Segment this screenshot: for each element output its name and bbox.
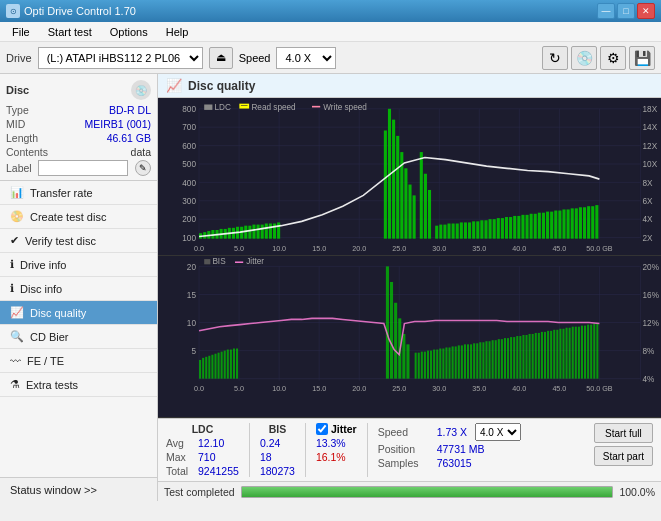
- nav-item-transfer-rate[interactable]: 📊 Transfer rate: [0, 181, 157, 205]
- menu-start-test[interactable]: Start test: [40, 24, 100, 40]
- svg-rect-227: [550, 331, 552, 379]
- nav-icon-verify-test-disc: ✔: [10, 234, 19, 247]
- svg-text:5.0: 5.0: [234, 384, 244, 393]
- svg-rect-104: [538, 213, 541, 239]
- svg-text:BIS: BIS: [212, 257, 226, 266]
- nav-item-fe-te[interactable]: 〰 FE / TE: [0, 349, 157, 373]
- nav-item-disc-quality[interactable]: 📈 Disc quality: [0, 301, 157, 325]
- speed-value: 1.73 X: [437, 426, 467, 438]
- svg-text:35.0: 35.0: [472, 243, 486, 252]
- svg-rect-236: [578, 327, 580, 379]
- svg-rect-168: [211, 355, 213, 379]
- start-part-button[interactable]: Start part: [594, 446, 653, 466]
- svg-rect-172: [224, 350, 226, 378]
- speed-dropdown[interactable]: 4.0 X: [475, 423, 521, 441]
- nav-item-disc-info[interactable]: ℹ Disc info: [0, 277, 157, 301]
- svg-rect-105: [542, 213, 545, 239]
- chart-header-icon: 📈: [166, 78, 182, 93]
- position-row: Position 47731 MB: [378, 443, 521, 455]
- disc-label-row: Label ✎: [6, 160, 151, 176]
- svg-rect-220: [529, 334, 531, 379]
- svg-rect-84: [456, 224, 459, 239]
- svg-text:12%: 12%: [643, 318, 660, 327]
- menu-file[interactable]: File: [4, 24, 38, 40]
- nav-item-verify-test-disc[interactable]: ✔ Verify test disc: [0, 229, 157, 253]
- disc-label-key: Label: [6, 162, 32, 174]
- position-value: 47731 MB: [437, 443, 485, 455]
- maximize-button[interactable]: □: [617, 3, 635, 19]
- start-full-button[interactable]: Start full: [594, 423, 653, 443]
- save-button[interactable]: 💾: [629, 46, 655, 70]
- speed-select[interactable]: 4.0 X: [276, 47, 336, 69]
- svg-rect-225: [544, 332, 546, 379]
- svg-text:15.0: 15.0: [312, 243, 326, 252]
- svg-rect-91: [484, 220, 487, 238]
- eject-button[interactable]: ⏏: [209, 47, 233, 69]
- disc-button[interactable]: 💿: [571, 46, 597, 70]
- svg-rect-178: [390, 282, 393, 379]
- svg-rect-193: [445, 347, 447, 378]
- stats-ldc-avg-row: Avg 12.10: [166, 437, 239, 449]
- disc-contents-label: Contents: [6, 146, 48, 158]
- disc-type-row: Type BD-R DL: [6, 104, 151, 116]
- app-title: Opti Drive Control 1.70: [24, 5, 136, 17]
- stats-jitter-avg-row: 13.3%: [316, 437, 357, 449]
- settings-button[interactable]: ⚙: [600, 46, 626, 70]
- stats-panel: LDC Avg 12.10 Max 710 Total 9241255 BIS: [158, 418, 661, 481]
- svg-rect-82: [447, 224, 450, 239]
- svg-rect-205: [482, 342, 484, 378]
- samples-row: Samples 763015: [378, 457, 521, 469]
- svg-text:50.0 GB: 50.0 GB: [586, 384, 613, 393]
- svg-rect-108: [554, 211, 557, 239]
- svg-rect-106: [546, 212, 549, 239]
- svg-text:45.0: 45.0: [552, 243, 566, 252]
- drive-select[interactable]: (L:) ATAPI iHBS112 2 PL06: [38, 47, 203, 69]
- minimize-button[interactable]: —: [597, 3, 615, 19]
- svg-rect-101: [525, 215, 528, 239]
- stats-ldc-header: LDC: [166, 423, 239, 435]
- nav-item-create-test-disc[interactable]: 📀 Create test disc: [0, 205, 157, 229]
- nav-item-drive-info[interactable]: ℹ Drive info: [0, 253, 157, 277]
- refresh-button[interactable]: ↻: [542, 46, 568, 70]
- toolbar: Drive (L:) ATAPI iHBS112 2 PL06 ⏏ Speed …: [0, 42, 661, 74]
- stats-bis-col: BIS 0.24 18 180273: [260, 423, 295, 477]
- svg-rect-63: [261, 225, 264, 239]
- left-panel: Disc 💿 Type BD-R DL MID MEIRB1 (001) Len…: [0, 74, 158, 501]
- svg-rect-242: [596, 323, 598, 378]
- jitter-checkbox[interactable]: [316, 423, 328, 435]
- svg-rect-102: [530, 214, 533, 239]
- nav-item-extra-tests[interactable]: ⚗ Extra tests: [0, 373, 157, 397]
- svg-text:30.0: 30.0: [432, 384, 446, 393]
- svg-rect-218: [522, 335, 524, 379]
- svg-text:600: 600: [182, 141, 196, 151]
- nav-item-cd-bier[interactable]: 🔍 CD Bier: [0, 325, 157, 349]
- stats-jitter-col: Jitter 13.3% 16.1%: [316, 423, 357, 463]
- stats-jitter-avg: 13.3%: [316, 437, 346, 449]
- title-bar: ⊙ Opti Drive Control 1.70 — □ ✕: [0, 0, 661, 22]
- svg-rect-89: [476, 221, 479, 238]
- close-button[interactable]: ✕: [637, 3, 655, 19]
- svg-rect-185: [421, 352, 423, 379]
- svg-rect-74: [408, 185, 411, 239]
- svg-rect-81: [443, 225, 446, 239]
- disc-label-input[interactable]: [38, 160, 128, 176]
- svg-rect-70: [392, 120, 395, 239]
- svg-rect-92: [489, 219, 492, 238]
- svg-rect-232: [566, 328, 568, 379]
- menu-help[interactable]: Help: [158, 24, 197, 40]
- svg-rect-211: [501, 339, 503, 378]
- svg-rect-169: [214, 354, 216, 379]
- svg-rect-75: [413, 195, 416, 238]
- label-edit-button[interactable]: ✎: [135, 160, 151, 176]
- stats-bis-total-row: 180273: [260, 465, 295, 477]
- samples-value: 763015: [437, 457, 472, 469]
- svg-rect-99: [517, 216, 520, 239]
- svg-rect-203: [476, 343, 478, 378]
- status-window-button[interactable]: Status window >>: [0, 477, 157, 501]
- stats-bis-max-row: 18: [260, 451, 295, 463]
- menu-options[interactable]: Options: [102, 24, 156, 40]
- svg-rect-96: [505, 217, 508, 239]
- stats-bis-total: 180273: [260, 465, 295, 477]
- svg-rect-117: [591, 206, 594, 238]
- nav-icon-fe-te: 〰: [10, 355, 21, 367]
